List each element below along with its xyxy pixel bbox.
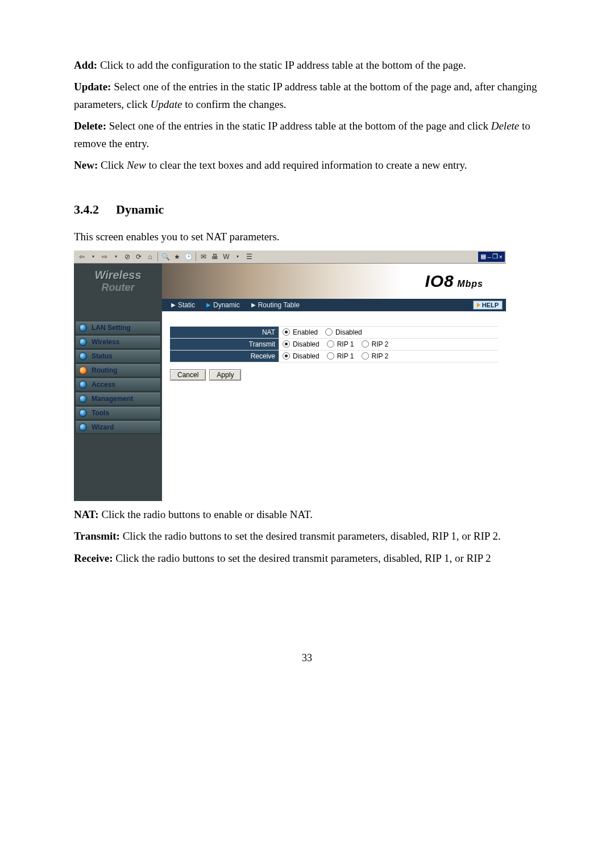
update-label: Update:: [74, 81, 111, 93]
help-label: HELP: [482, 302, 499, 308]
sidebar-item-label: Wireless: [92, 338, 119, 346]
add-text: Click to add the configuration to the st…: [97, 59, 466, 71]
tab-static[interactable]: ▶Static: [165, 301, 201, 309]
sidebar-spacer: [74, 299, 162, 320]
logo-line2: Router: [102, 282, 135, 294]
favorites-icon[interactable]: ★: [171, 252, 182, 262]
stop-icon[interactable]: ⊘: [122, 252, 133, 262]
sidebar-item-routing[interactable]: Routing: [75, 364, 161, 377]
cancel-button[interactable]: Cancel: [170, 369, 206, 381]
section-title: Dynamic: [116, 202, 164, 216]
radio-transmit-disabled[interactable]: [283, 340, 290, 348]
close-button[interactable]: ×: [499, 253, 503, 260]
form-row-nat: NAT Enabled Disabled: [170, 326, 498, 339]
section-number: 3.4.2: [74, 202, 99, 216]
section-lead: This screen enables you to set NAT param…: [74, 228, 540, 245]
sidebar-item-label: Status: [92, 352, 113, 360]
sidebar-item-wireless[interactable]: Wireless: [75, 335, 161, 349]
radio-label: Disabled: [293, 352, 320, 360]
print-icon[interactable]: 🖶: [209, 252, 221, 262]
tabbar: ▶Static ▶Dynamic ▶Routing Table HELP: [162, 299, 506, 311]
radio-transmit-rip1[interactable]: [327, 340, 334, 348]
sidebar-item-label: Routing: [92, 366, 117, 374]
radio-receive-disabled[interactable]: [283, 352, 290, 360]
bullet-icon: [79, 395, 87, 403]
dropdown-icon[interactable]: ▾: [88, 252, 99, 262]
help-button[interactable]: HELP: [473, 301, 503, 310]
history-icon[interactable]: 🕑: [182, 252, 194, 262]
receive-desc: Receive: Click the radio buttons to set …: [74, 550, 540, 567]
form-row-transmit: Transmit Disabled RIP 1 RIP 2: [170, 339, 498, 350]
logo-line1: Wireless: [94, 269, 141, 282]
tab-routing-table[interactable]: ▶Routing Table: [246, 301, 305, 309]
back-icon[interactable]: ⇦: [76, 252, 88, 262]
dropdown-icon[interactable]: ▾: [232, 252, 243, 262]
form-row-receive: Receive Disabled RIP 1 RIP 2: [170, 350, 498, 362]
nat-desc: NAT: Click the radio buttons to enable o…: [74, 506, 540, 523]
search-icon[interactable]: 🔍: [160, 252, 171, 262]
bullet-icon: [79, 381, 87, 389]
delete-em: Delete: [491, 120, 520, 132]
sidebar-item-label: Tools: [92, 409, 109, 417]
radio-label: RIP 2: [372, 340, 389, 348]
delete-label: Delete:: [74, 120, 106, 132]
bullet-icon: [79, 423, 87, 431]
banner-text: IO8 Mbps: [425, 272, 483, 291]
sidebar-item-wizard[interactable]: Wizard: [75, 420, 161, 434]
radio-receive-rip1[interactable]: [327, 352, 334, 360]
bullet-icon: [79, 352, 87, 360]
sidebar-item-label: Wizard: [92, 423, 114, 431]
sidebar-item-lan[interactable]: LAN Setting: [75, 321, 161, 335]
discuss-icon[interactable]: ☰: [243, 252, 255, 262]
radio-nat-enabled[interactable]: [283, 328, 290, 336]
app-icon: ▦: [480, 253, 486, 260]
page-number: 33: [74, 652, 540, 664]
radio-label: RIP 1: [337, 340, 354, 348]
receive-desc-label: Receive:: [74, 552, 113, 564]
sidebar-item-access[interactable]: Access: [75, 378, 161, 391]
tab-label: Static: [178, 301, 195, 309]
refresh-icon[interactable]: ⟳: [133, 252, 144, 262]
new-em: New: [127, 159, 146, 171]
triangle-icon: ▶: [171, 302, 176, 308]
nat-desc-label: NAT:: [74, 508, 99, 520]
apply-button[interactable]: Apply: [209, 369, 241, 381]
sidebar-item-label: LAN Setting: [92, 324, 131, 332]
edit-icon[interactable]: W: [221, 252, 232, 262]
update-paragraph: Update: Select one of the entries in the…: [74, 78, 540, 113]
new-label: New:: [74, 159, 98, 171]
mail-icon[interactable]: ✉: [198, 252, 209, 262]
router-screenshot: ⇦ ▾ ⇨ ▾ ⊘ ⟳ ⌂ 🔍 ★ 🕑 ✉ 🖶 W ▾ ☰ ▦ – ❐ ×: [74, 251, 506, 500]
sidebar-item-tools[interactable]: Tools: [75, 406, 161, 420]
forward-icon[interactable]: ⇨: [99, 252, 110, 262]
delete-paragraph: Delete: Select one of the entries in the…: [74, 118, 540, 152]
sidebar-item-status[interactable]: Status: [75, 349, 161, 363]
form-area: NAT Enabled Disabled Transmit Disabled R…: [162, 311, 506, 389]
sidebar-item-management[interactable]: Management: [75, 392, 161, 406]
transmit-desc-label: Transmit:: [74, 530, 120, 542]
sidebar: Wireless Router LAN Setting Wireless Sta…: [74, 264, 162, 501]
triangle-icon: ▶: [251, 302, 256, 308]
button-row: Cancel Apply: [170, 369, 498, 381]
radio-nat-disabled[interactable]: [325, 328, 333, 336]
tab-label: Dynamic: [213, 301, 240, 309]
radio-receive-rip2[interactable]: [362, 352, 369, 360]
bullet-icon: [79, 366, 87, 374]
bullet-icon: [79, 324, 87, 332]
content: IO8 Mbps ▶Static ▶Dynamic ▶Routing Table…: [162, 264, 506, 501]
separator: [157, 252, 158, 261]
section-heading: 3.4.2Dynamic: [74, 202, 540, 217]
minimize-button[interactable]: –: [487, 253, 491, 260]
dropdown-icon[interactable]: ▾: [110, 252, 122, 262]
transmit-label: Transmit: [170, 339, 279, 350]
triangle-icon: ▶: [206, 302, 211, 308]
radio-transmit-rip2[interactable]: [362, 340, 369, 348]
restore-button[interactable]: ❐: [492, 253, 498, 260]
home-icon[interactable]: ⌂: [144, 252, 156, 262]
window-controls: ▦ – ❐ ×: [478, 252, 505, 262]
update-em: Update: [151, 98, 182, 110]
radio-label: Enabled: [293, 328, 318, 336]
tab-dynamic[interactable]: ▶Dynamic: [201, 301, 246, 309]
logo: Wireless Router: [74, 264, 162, 299]
radio-label: RIP 2: [372, 352, 389, 360]
